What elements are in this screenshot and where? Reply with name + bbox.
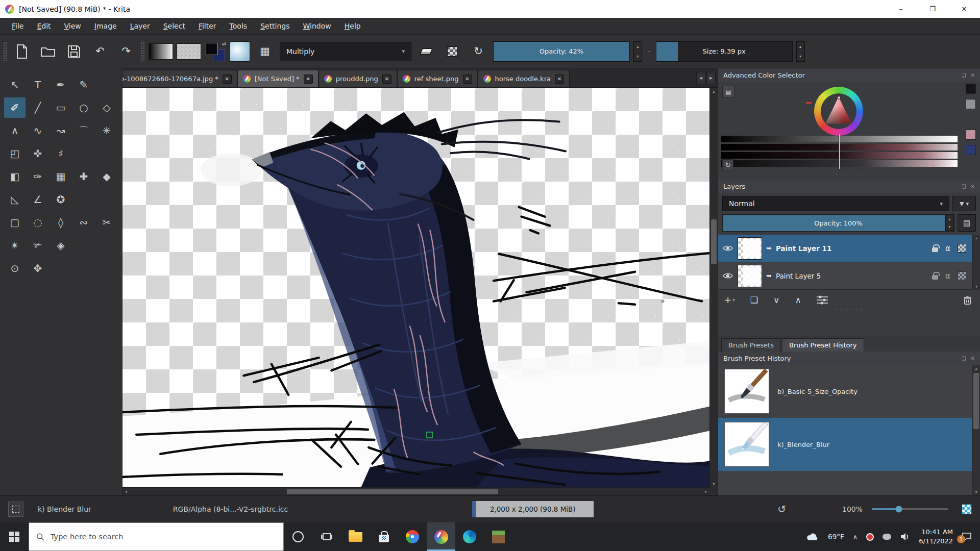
close-docker-icon[interactable]: ✕	[971, 184, 975, 189]
volume-icon[interactable]	[900, 533, 910, 541]
gradient-tool[interactable]: ◧	[4, 166, 26, 187]
brush-scrollbar-thumb[interactable]	[973, 373, 979, 429]
tab-close-button[interactable]: ✕	[555, 74, 564, 84]
workspace-chooser-button[interactable]: ▦	[254, 40, 276, 63]
scroll-right-icon[interactable]: ▸	[702, 488, 709, 495]
tab-close-button[interactable]: ✕	[382, 74, 391, 84]
scroll-up-icon[interactable]: ▴	[972, 365, 980, 372]
select-shapes-tool[interactable]: ↖	[4, 74, 26, 95]
scroll-left-icon[interactable]: ◂	[122, 488, 130, 495]
vertical-scrollbar[interactable]: ▴ ▾	[709, 88, 718, 487]
menu-window[interactable]: Window	[298, 20, 337, 32]
float-docker-icon[interactable]: ❏	[962, 184, 966, 189]
measure-tool[interactable]: ∠	[27, 189, 48, 210]
eraser-mode-button[interactable]	[415, 40, 437, 63]
clock[interactable]: 10:41 AM 6/11/2022	[919, 528, 953, 545]
color-history-swatch-mauve[interactable]	[966, 130, 976, 140]
duplicate-layer-button[interactable]: ❏	[750, 295, 758, 305]
color-selector-settings-button[interactable]: ▤	[722, 86, 734, 98]
docker-resize-handle[interactable]: · · · · · ·	[718, 171, 980, 179]
spin-down-icon[interactable]: ▾	[797, 52, 804, 61]
color-marker[interactable]	[837, 96, 841, 99]
preserve-alpha-button[interactable]	[441, 40, 463, 63]
action-center-button[interactable]: 1	[962, 532, 972, 541]
transform-tool[interactable]: ◰	[4, 143, 26, 164]
tray-app-icon[interactable]	[866, 533, 874, 541]
float-docker-icon[interactable]: ❏	[962, 356, 966, 361]
smart-patch-tool[interactable]: ✚	[73, 166, 94, 187]
assistants-tool[interactable]: ◺	[4, 189, 26, 210]
foreground-color-swatch[interactable]	[206, 43, 218, 55]
multibrush-tool[interactable]: ✳	[96, 120, 117, 141]
vertical-scrollbar-thumb[interactable]	[711, 219, 717, 264]
reload-preset-button[interactable]: ↻	[467, 40, 489, 63]
menu-image[interactable]: Image	[89, 20, 122, 32]
horizontal-scrollbar-thumb[interactable]	[287, 489, 498, 494]
move-tool[interactable]: ✜	[27, 143, 48, 164]
contiguous-selection-tool[interactable]: ◈	[50, 235, 71, 256]
menu-select[interactable]: Select	[158, 20, 191, 32]
minimize-button[interactable]: –	[885, 0, 917, 18]
opacity-slider[interactable]: Opacity: 42%	[493, 41, 630, 62]
document-tab[interactable]: horse doodle.kra ✕	[478, 70, 570, 87]
chrome-button[interactable]	[398, 522, 427, 551]
menu-help[interactable]: Help	[339, 20, 366, 32]
docker-header[interactable]: Advanced Color Selector ❏ ✕	[718, 68, 980, 82]
toolbar-grip[interactable]	[141, 42, 145, 61]
refresh-colors-button[interactable]: ↻	[722, 159, 733, 170]
brush-preset-item[interactable]: b)_Basic-5_Size_Opacity	[718, 365, 972, 418]
scroll-up-icon[interactable]: ▴	[710, 88, 718, 95]
inherit-alpha-icon[interactable]	[958, 271, 966, 280]
tab-scroll-left-button[interactable]: ◂	[696, 72, 705, 84]
layer-filter-button[interactable]: ▼ ▾	[952, 196, 976, 211]
canvas[interactable]	[122, 88, 709, 487]
rectangle-tool[interactable]: ▭	[50, 97, 71, 118]
lock-icon[interactable]	[932, 275, 938, 280]
menu-tools[interactable]: Tools	[224, 20, 253, 32]
inherit-alpha-icon[interactable]	[958, 244, 966, 253]
docker-header[interactable]: Layers ❏ ✕	[718, 180, 980, 193]
color-history-swatch-black[interactable]	[966, 84, 976, 94]
size-spinbox[interactable]: ▴▾	[796, 41, 805, 62]
brush-size-slider[interactable]: Size: 9.39 px	[656, 41, 793, 62]
polyline-tool[interactable]: ∧	[4, 120, 26, 141]
elliptical-selection-tool[interactable]: ◌	[27, 212, 48, 233]
horizontal-scrollbar[interactable]: ◂ ▸	[122, 487, 709, 495]
bezier-curve-tool[interactable]: ∿	[27, 120, 48, 141]
search-input[interactable]	[51, 533, 276, 541]
edge-button[interactable]	[455, 522, 484, 551]
layer-row[interactable]: ➥ Paint Layer 5 α	[718, 262, 972, 290]
brush-preset-item[interactable]: k)_Blender_Blur	[718, 418, 972, 471]
zoom-slider[interactable]	[872, 508, 948, 510]
docker-header[interactable]: Brush Preset History ❏ ✕	[718, 352, 980, 365]
temperature-text[interactable]: 69°F	[828, 533, 844, 541]
microsoft-store-button[interactable]	[370, 522, 398, 551]
alpha-lock-icon[interactable]: α	[945, 244, 950, 253]
dynamic-brush-tool[interactable]: ⌒	[73, 120, 94, 141]
scroll-down-icon[interactable]: ▾	[973, 283, 980, 290]
freehand-path-tool[interactable]: ↝	[50, 120, 71, 141]
tab-brush-presets[interactable]: Brush Presets	[721, 338, 781, 352]
polygon-tool[interactable]: ◇	[96, 97, 117, 118]
bezier-selection-tool[interactable]: ✃	[27, 235, 48, 256]
crop-tool[interactable]: ♯	[50, 143, 71, 164]
brush-list-scrollbar[interactable]: ▴ ▾	[972, 365, 980, 495]
ellipse-tool[interactable]: ○	[73, 97, 94, 118]
layer-row[interactable]: ➥ Paint Layer 11 α	[718, 235, 972, 262]
lock-icon[interactable]	[932, 247, 938, 252]
gradient-chooser[interactable]	[149, 43, 173, 60]
opacity-spinbox[interactable]: ▴▾	[633, 41, 642, 62]
file-explorer-button[interactable]	[341, 522, 370, 551]
color-sampler-tool[interactable]: ✑	[27, 166, 48, 187]
polygonal-selection-tool[interactable]: ◊	[50, 212, 71, 233]
layer-visibility-eye-icon[interactable]	[722, 244, 733, 252]
line-tool[interactable]: ╱	[27, 97, 48, 118]
undo-button[interactable]: ↶	[89, 40, 111, 63]
tab-close-button[interactable]: ✕	[223, 74, 232, 84]
menu-settings[interactable]: Settings	[255, 20, 295, 32]
close-button[interactable]: ✕	[948, 0, 980, 18]
close-docker-icon[interactable]: ✕	[971, 356, 975, 361]
menu-view[interactable]: View	[59, 20, 87, 32]
zoom-tool[interactable]: ⊙	[4, 258, 26, 279]
redo-button[interactable]: ↷	[115, 40, 137, 63]
